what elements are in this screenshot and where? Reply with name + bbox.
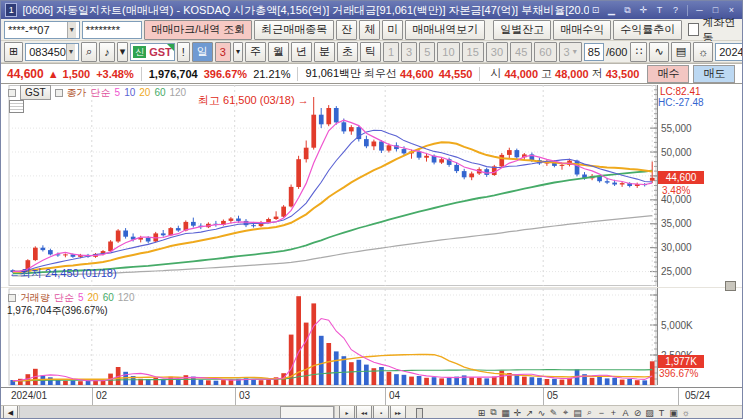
buy-button[interactable]: 매수 [647,65,689,83]
period-year-button[interactable]: 년 [291,42,312,62]
account-link-toggle[interactable]: 계좌연동 [688,15,739,45]
rewind-icon[interactable]: ◂◂ [356,405,372,419]
trade-profit-button[interactable]: 매매수익 [553,20,611,40]
balance-button[interactable]: 잔 [336,20,357,40]
help-icon[interactable]: ? [669,4,682,16]
chart-window-icon[interactable]: ⊞ [4,42,23,62]
panel-splitter-handle[interactable] [725,281,736,291]
alert-icon[interactable]: ! [177,42,190,62]
popout-icon[interactable]: ⊡ [589,4,602,16]
period-count-field[interactable]: 3 [215,42,231,62]
target-tool-icon[interactable]: ⌖ [560,406,571,419]
filled-button[interactable]: 체 [359,20,380,40]
high-label: 고 [541,66,552,81]
image-capture-icon[interactable]: ▣ [668,406,679,419]
period-day-button[interactable]: 일 [192,42,213,62]
gear-icon[interactable]: ☼ [693,42,713,62]
tick-30-button: 30 [486,42,508,62]
search-icon[interactable]: ⌕ [81,42,97,62]
zoom-in-icon[interactable]: + [608,406,619,419]
forward-icon[interactable]: ▸▸ [390,405,406,419]
grid-chart-icon[interactable]: ▦ [500,406,511,419]
new-stock-badge: 신 [133,46,146,58]
x-axis-divider [92,388,93,405]
stock-code-select[interactable]: 083450 ▾ [25,43,79,61]
account-select[interactable]: ****-**07 ▾ [4,21,80,39]
period-tick-button[interactable]: 틱 [360,42,381,62]
account-toolbar: ****-**07 ▾ ******** 매매마크/내역 조회 최근매매종목 잔… [1,19,742,41]
trade-mark-query-button[interactable]: 매매마크/내역 조회 [144,20,252,40]
period-chevron-icon[interactable]: ▾ [233,42,243,62]
draw-pen-icon[interactable]: ✎ [548,406,559,419]
zoom-out-icon[interactable]: − [596,406,607,419]
password-field[interactable]: ******** [82,21,142,39]
volume-pct: 396.67% [204,68,247,80]
recent-trades-button[interactable]: 최근매매종목 [254,20,334,40]
stop-icon[interactable]: ▪ [373,405,389,419]
pattern-tool-icon[interactable]: ▨ [644,406,655,419]
daily-balance-button[interactable]: 일별잔고 [493,20,551,40]
text-size-icon[interactable]: T [653,4,666,16]
wave-tool-icon[interactable]: ∿ [536,406,547,419]
period-week-button[interactable]: 주 [245,42,266,62]
stock-name-box[interactable]: 신 GST [130,43,175,61]
text-tool-icon[interactable]: A [620,406,631,419]
period-month-button[interactable]: 월 [268,42,289,62]
sound-chevron-icon[interactable]: ▾ [117,42,129,62]
crosshair-icon[interactable]: ✛ [512,406,523,419]
collapse-icon[interactable]: ▁ [605,4,618,16]
bar-count-field[interactable]: 85 [584,43,604,61]
unfilled-button[interactable]: 미 [382,20,403,40]
chevron-down-icon[interactable]: ▾ [67,22,76,38]
panel-handle-icon[interactable] [55,89,63,97]
price-volume-chart[interactable]: 55,00050,00040,00035,00030,00025,0005,00… [1,85,743,387]
pin-icon[interactable]: ✛ [637,4,650,16]
period-minute-button[interactable]: 분 [314,42,335,62]
account-link-checkbox[interactable] [688,23,699,36]
play-icon[interactable]: ▸ [339,405,355,419]
bar-total-label: /600 [606,46,627,58]
window-number-badge: 1 [5,3,17,17]
yield-trend-button[interactable]: 수익률추이 [613,20,682,40]
chart-scrollbar[interactable] [19,405,335,419]
chevron-down-icon[interactable]: ▾ [66,44,75,60]
vol-ma20-legend: 20 [88,292,99,303]
panel-layout-icon[interactable]: ▤ [572,406,583,419]
trade-journal-icon[interactable] [9,100,24,113]
hc-ratio: HC:-27.48 [658,97,704,108]
save-icon[interactable]: ▤ [671,42,691,62]
replay-speed-slider[interactable] [414,407,470,419]
cascade-window-icon[interactable]: ⧉ [488,406,499,419]
trade-history-button[interactable]: 매매내역보기 [405,20,485,40]
low-price: 43,500 [606,68,640,80]
duplicate-icon[interactable]: ⧉ [621,4,634,16]
settings-tool-icon[interactable]: ☼ [680,406,691,419]
vol-ma60-legend: 60 [103,292,114,303]
tick-compare-icon[interactable]: ∷ [630,42,647,62]
stock-tab[interactable]: GST [20,85,51,100]
low-annotation: ←최저 24,450 (01/18) [9,266,117,281]
slider-thumb[interactable] [416,408,423,419]
scrollbar-thumb[interactable] [280,406,334,419]
ma5-legend: 5 [115,87,121,98]
compare-window-icon[interactable]: ⊞ [476,406,487,419]
tick-5-button: 5 [419,42,435,62]
sound-icon[interactable]: ♪ [99,42,115,62]
line-compare-icon[interactable]: ∿ [649,42,668,62]
date-field[interactable]: 2024/05/24 [715,43,743,61]
tick-15-button: 15 [462,42,484,62]
legend-type-label: 단순 [91,86,111,100]
eraser-icon[interactable]: ⊘ [632,406,643,419]
typography-tool-icon[interactable]: T [656,406,667,419]
open-price: 44,000 [504,68,538,80]
period-second-button[interactable]: 초 [337,42,358,62]
tick-10-button: 10 [437,42,459,62]
magnifier-icon[interactable]: ⌕ [584,406,595,419]
sell-button[interactable]: 매도 [693,65,735,83]
panel-handle-icon[interactable] [8,89,16,97]
scroll-left-icon[interactable]: ◀ [3,405,18,419]
panel-handle-icon[interactable] [8,294,16,302]
stock-code: 083450 [29,46,66,58]
trendline-icon[interactable]: ↗ [524,406,535,419]
svg-text:40,000: 40,000 [661,194,692,205]
